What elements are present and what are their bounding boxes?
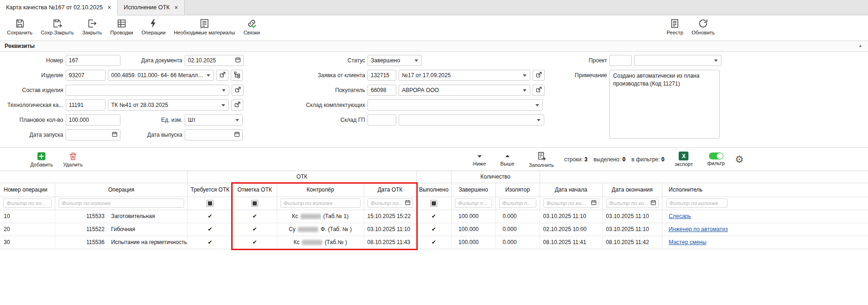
registry-button[interactable]: Реестр (662, 17, 688, 36)
release-date-input[interactable] (185, 129, 243, 140)
filter-controller-input[interactable] (280, 199, 361, 208)
client-order-code-input[interactable] (367, 70, 396, 81)
column-header-otk-required[interactable]: Требуется ОТК (187, 183, 233, 197)
selected-counter: выделено: 0 (594, 156, 626, 163)
doc-date-input[interactable]: 02.10.2025 (185, 55, 244, 66)
column-header-operation[interactable]: Операция (55, 183, 187, 197)
calendar-icon[interactable] (405, 199, 411, 207)
filter-checkbox-done[interactable] (430, 200, 437, 207)
composition-select[interactable] (66, 85, 229, 96)
calendar-icon[interactable] (234, 131, 240, 139)
close-button[interactable]: Закрыть (78, 17, 106, 36)
group-header-row: ОТК Количество (0, 171, 868, 183)
tech-card-select[interactable]: ТК №41 от 28.03.2025 (108, 99, 229, 111)
fg-warehouse-code-input[interactable] (367, 114, 396, 126)
filter-date-start-input[interactable] (543, 199, 599, 208)
project-code-input[interactable] (609, 55, 632, 66)
product-code-input[interactable] (66, 70, 106, 81)
column-header-completed[interactable]: Завершено (451, 183, 495, 197)
export-excel-button[interactable]: X экспорт (670, 151, 697, 168)
fill-button[interactable]: Заполнить (525, 150, 558, 169)
note-textarea[interactable]: Создано автоматически из плана производс… (609, 70, 720, 139)
buyer-code-input[interactable] (367, 85, 396, 96)
tech-card-code-input[interactable] (66, 99, 106, 111)
tab-quality-card[interactable]: Карта качества №167 от 02.10.2025 × (0, 0, 118, 15)
column-header-isolator[interactable]: Изолятор (495, 183, 540, 197)
refresh-button[interactable]: Обновить (688, 17, 719, 36)
add-row-button[interactable]: Добавить (26, 151, 57, 168)
table-row[interactable]: 10 115533Заготовительная ✔ ✔ Кс(Таб.№ 1)… (0, 210, 868, 223)
toggle-on-icon[interactable] (709, 152, 723, 159)
tab-bar: Карта качества №167 от 02.10.2025 × Испо… (0, 0, 868, 15)
chevron-down-icon (235, 119, 239, 121)
postings-button[interactable]: Проводки (106, 17, 137, 36)
planned-qty-input[interactable] (66, 114, 120, 126)
move-down-button[interactable]: Ниже (469, 152, 490, 167)
status-select[interactable]: Завершено (367, 55, 422, 66)
executor-link[interactable]: Мастер смены (669, 239, 707, 245)
column-header-executor[interactable]: Исполнитель (662, 183, 868, 197)
launch-date-input[interactable] (66, 129, 120, 140)
executor-link[interactable]: Инженер по автоматиз (669, 226, 728, 232)
table-row[interactable]: 20 115522Гибочная ✔ ✔ СуФ. (Таб. № ) 03.… (0, 223, 868, 236)
redacted-name (298, 227, 318, 232)
toolbar-right-group: Реестр Обновить (662, 17, 719, 36)
save-close-button[interactable]: Сохр.Закрыть (37, 17, 78, 36)
buyer-select[interactable]: АВРОРА ООО (399, 85, 530, 96)
move-up-button[interactable]: Выше (496, 152, 519, 167)
column-header-op-number[interactable]: Номер операции (0, 183, 55, 197)
check-mark: ✔ (233, 236, 277, 249)
column-header-date-start[interactable]: Дата начала (540, 183, 602, 197)
tab-otk-execution[interactable]: Исполнение ОТК × (118, 0, 185, 15)
delete-row-button[interactable]: Удалить (59, 151, 87, 168)
filter-checkbox-otk-required[interactable] (207, 200, 214, 207)
controller-cell: Кс(Таб.№ ) (277, 236, 364, 249)
product-select[interactable]: 000.4859. 011.000- 64- 66 Металлорук (108, 70, 214, 81)
filter-toggle[interactable]: фильтр (703, 152, 729, 167)
column-header-date-end[interactable]: Дата окончания (602, 183, 662, 197)
filter-isolator-input[interactable] (499, 199, 536, 208)
fill-document-icon (536, 151, 547, 161)
filter-checkbox-otk-mark[interactable] (251, 200, 258, 207)
gear-icon[interactable]: ⚙ (735, 154, 744, 164)
column-header-otk-mark[interactable]: Отметка ОТК (233, 183, 277, 197)
column-header-controller[interactable]: Контролёр (277, 183, 364, 197)
rows-counter: строки: 3 (564, 156, 588, 163)
column-header-otk-date[interactable]: Дата ОТК (364, 183, 416, 197)
filter-op-number-input[interactable] (3, 199, 52, 208)
filter-operation-input[interactable] (59, 199, 184, 208)
tab-close-icon[interactable]: × (107, 4, 111, 11)
product-open-button[interactable] (216, 70, 228, 81)
project-select[interactable] (634, 55, 721, 66)
tab-close-icon[interactable]: × (174, 4, 178, 11)
plus-icon (37, 152, 46, 161)
client-order-select[interactable]: №17 от 17.09.2025 (399, 70, 530, 81)
filter-executor-input[interactable] (666, 199, 728, 208)
tab-label: Исполнение ОТК (124, 4, 170, 11)
materials-button[interactable]: Необходимые материалы (170, 17, 240, 36)
calendar-icon[interactable] (650, 199, 656, 207)
operations-button[interactable]: Операции (137, 17, 169, 36)
filter-date-end-input[interactable] (606, 199, 659, 208)
fg-warehouse-select[interactable] (399, 114, 544, 126)
table-row[interactable]: 30 115536Испытание на герметичность ✔ ✔ … (0, 236, 868, 249)
product-tree-button[interactable] (231, 70, 243, 81)
components-warehouse-select[interactable] (367, 99, 543, 111)
executor-link[interactable]: Слесарь (669, 213, 691, 219)
filter-otk-date-input[interactable] (367, 199, 413, 208)
filter-completed-input[interactable] (455, 199, 492, 208)
unit-select[interactable]: Шт (185, 114, 243, 126)
tech-card-open-button[interactable] (231, 99, 243, 111)
buyer-open-button[interactable] (533, 85, 545, 96)
calendar-icon[interactable] (235, 57, 241, 64)
column-header-done[interactable]: Выполнено (416, 183, 451, 197)
composition-open-button[interactable] (232, 85, 244, 96)
collapse-section-icon[interactable]: ▲ (858, 43, 862, 48)
number-input[interactable] (66, 55, 120, 66)
calendar-icon[interactable] (591, 199, 597, 207)
links-button[interactable]: Связки (239, 17, 264, 36)
operations-grid: ОТК Количество Номер операции Операция Т… (0, 171, 868, 249)
calendar-icon[interactable] (112, 131, 118, 139)
save-button[interactable]: Сохранить (3, 17, 37, 36)
client-order-open-button[interactable] (533, 70, 545, 81)
